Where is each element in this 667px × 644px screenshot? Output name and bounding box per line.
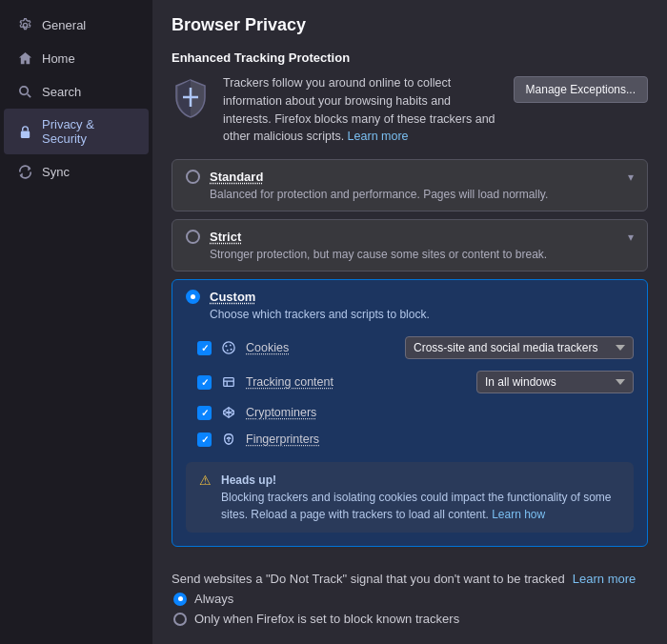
sidebar-item-privacy[interactable]: Privacy & Security bbox=[4, 109, 149, 154]
dnt-row: Send websites a "Do Not Track" signal th… bbox=[172, 572, 648, 586]
fingerprinters-label: Fingerprinters bbox=[246, 433, 634, 446]
dnt-always-label: Always bbox=[194, 592, 233, 606]
gear-icon bbox=[17, 17, 32, 32]
tracking-content-dropdown[interactable]: In all windows Only in private windows bbox=[476, 371, 634, 393]
dnt-label: Send websites a "Do Not Track" signal th… bbox=[172, 572, 565, 586]
dnt-when-blocking-row: Only when Firefox is set to block known … bbox=[172, 612, 648, 626]
cryptominers-checkbox[interactable] bbox=[197, 406, 212, 420]
standard-title: Standard bbox=[210, 170, 263, 184]
standard-label-row: Standard bbox=[186, 170, 263, 184]
sidebar-item-general[interactable]: General bbox=[4, 9, 149, 41]
fingerprinters-row: Fingerprinters bbox=[186, 426, 634, 453]
manage-exceptions-button[interactable]: Manage Exceptions... bbox=[514, 76, 648, 103]
tracking-content-row: Tracking content In all windows Only in … bbox=[186, 365, 634, 399]
etp-header: Trackers follow you around online to col… bbox=[172, 74, 648, 146]
svg-point-6 bbox=[225, 345, 227, 347]
custom-radio[interactable] bbox=[186, 290, 200, 304]
dnt-section: Send websites a "Do Not Track" signal th… bbox=[172, 564, 648, 626]
strict-title: Strict bbox=[210, 230, 241, 244]
svg-point-5 bbox=[223, 342, 234, 353]
custom-option: Custom Choose which trackers and scripts… bbox=[172, 279, 648, 547]
main-content: Browser Privacy Enhanced Tracking Protec… bbox=[152, 0, 667, 644]
sidebar-item-general-label: General bbox=[42, 18, 86, 32]
standard-option[interactable]: Standard ▾ Balanced for protection and p… bbox=[172, 159, 648, 211]
lock-icon bbox=[17, 124, 32, 139]
standard-desc: Balanced for protection and performance.… bbox=[210, 188, 634, 201]
dnt-when-blocking-radio[interactable] bbox=[173, 613, 187, 626]
svg-point-7 bbox=[230, 345, 232, 347]
warning-box: ⚠ Heads up! Blocking trackers and isolat… bbox=[186, 462, 634, 533]
cryptominers-icon bbox=[221, 405, 236, 420]
strict-header: Strict ▾ bbox=[186, 230, 634, 244]
sidebar-item-home-label: Home bbox=[42, 51, 75, 66]
svg-rect-10 bbox=[224, 378, 234, 387]
custom-desc: Choose which trackers and scripts to blo… bbox=[210, 308, 634, 321]
warning-title: Heads up! bbox=[221, 473, 276, 487]
etp-section-title: Enhanced Tracking Protection bbox=[172, 50, 648, 65]
sidebar: General Home Search Privacy & Security bbox=[0, 0, 152, 644]
sidebar-item-sync-label: Sync bbox=[42, 165, 70, 179]
strict-option[interactable]: Strict ▾ Stronger protection, but may ca… bbox=[172, 219, 648, 272]
standard-chevron-icon: ▾ bbox=[628, 171, 634, 184]
sidebar-item-search[interactable]: Search bbox=[4, 75, 149, 108]
strict-chevron-icon: ▾ bbox=[628, 231, 634, 244]
dnt-learn-more-link[interactable]: Learn more bbox=[573, 572, 636, 586]
dnt-always-row: Always bbox=[172, 592, 648, 606]
cookies-icon bbox=[221, 340, 236, 355]
sync-icon bbox=[17, 164, 32, 179]
search-icon bbox=[17, 84, 32, 99]
svg-point-0 bbox=[19, 86, 27, 93]
warning-text: Heads up! Blocking trackers and isolatin… bbox=[221, 472, 620, 523]
svg-point-9 bbox=[227, 350, 229, 352]
strict-desc: Stronger protection, but may cause some … bbox=[210, 248, 634, 261]
cookies-row: Cookies Cross-site and social media trac… bbox=[186, 331, 634, 365]
tracking-content-icon bbox=[221, 374, 236, 390]
home-icon bbox=[17, 50, 32, 66]
svg-point-8 bbox=[231, 349, 232, 351]
shield-icon bbox=[172, 76, 210, 122]
svg-line-1 bbox=[27, 93, 30, 96]
etp-description: Trackers follow you around online to col… bbox=[223, 74, 500, 146]
custom-header: Custom bbox=[186, 290, 634, 304]
fingerprinters-icon bbox=[221, 432, 236, 447]
fingerprinters-checkbox[interactable] bbox=[197, 433, 212, 447]
svg-rect-2 bbox=[20, 131, 29, 138]
cookies-label: Cookies bbox=[246, 341, 395, 354]
custom-title: Custom bbox=[210, 290, 255, 304]
sidebar-item-sync[interactable]: Sync bbox=[4, 155, 149, 188]
tracking-content-checkbox[interactable] bbox=[197, 375, 212, 390]
strict-radio[interactable] bbox=[186, 230, 200, 244]
cookies-checkbox[interactable] bbox=[197, 341, 212, 355]
strict-label-row: Strict bbox=[186, 230, 241, 244]
etp-learn-more-link[interactable]: Learn more bbox=[348, 130, 409, 143]
warning-learn-how-link[interactable]: Learn how bbox=[492, 508, 545, 521]
tracking-content-label: Tracking content bbox=[246, 375, 467, 389]
warning-icon: ⚠ bbox=[199, 473, 212, 488]
sidebar-item-search-label: Search bbox=[42, 85, 81, 99]
cookies-dropdown[interactable]: Cross-site and social media trackers All… bbox=[405, 336, 634, 359]
standard-radio[interactable] bbox=[186, 170, 200, 184]
standard-header: Standard ▾ bbox=[186, 170, 634, 184]
custom-label-row: Custom bbox=[186, 290, 255, 304]
sidebar-item-home[interactable]: Home bbox=[4, 42, 149, 74]
cryptominers-row: Cryptominers bbox=[186, 399, 634, 426]
cryptominers-label: Cryptominers bbox=[246, 406, 634, 419]
sidebar-item-privacy-label: Privacy & Security bbox=[42, 117, 135, 146]
dnt-always-radio[interactable] bbox=[173, 593, 187, 606]
dnt-when-blocking-label: Only when Firefox is set to block known … bbox=[194, 612, 459, 626]
page-title: Browser Privacy bbox=[172, 15, 648, 35]
